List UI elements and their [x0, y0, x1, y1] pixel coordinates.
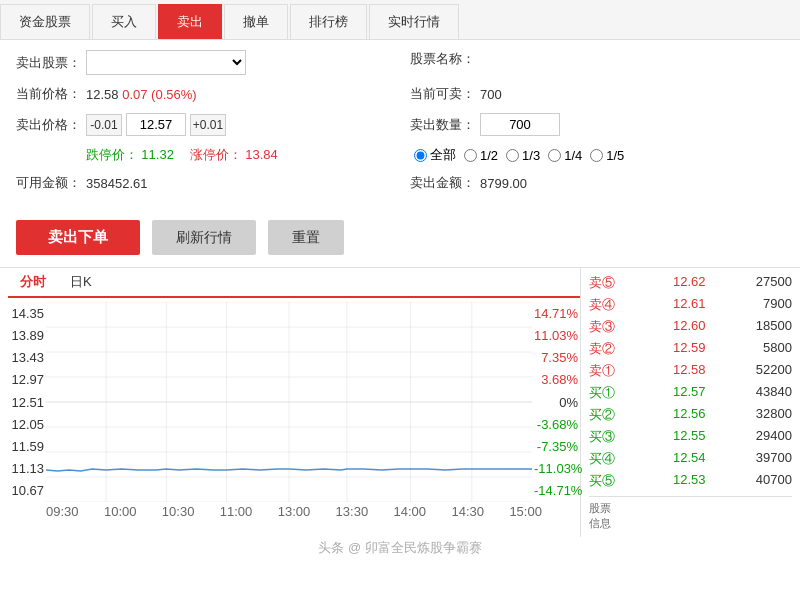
ob-buy3-price: 12.55 — [656, 428, 706, 446]
ob-row-sell1: 卖① 12.58 52200 — [589, 360, 792, 382]
ob-sell3-price: 12.60 — [656, 318, 706, 336]
current-price-label: 当前价格： — [16, 85, 86, 103]
refresh-button[interactable]: 刷新行情 — [152, 220, 256, 255]
orderbook: 卖⑤ 12.62 27500 卖④ 12.61 7900 卖③ 12.60 18… — [580, 268, 800, 537]
chart-svg — [46, 302, 532, 502]
tab-minute-chart[interactable]: 分时 — [8, 268, 58, 298]
ob-sell5-price: 12.62 — [656, 274, 706, 292]
row-price-available: 当前价格： 12.58 0.07 (0.56%) 当前可卖： 700 — [16, 85, 784, 113]
form-row-sell-price: 卖出价格： -0.01 +0.01 — [16, 113, 390, 136]
tab-sell[interactable]: 卖出 — [158, 4, 222, 39]
ob-footer: 股票信息 — [589, 496, 792, 533]
form-row-stock-name: 股票名称： — [410, 50, 784, 68]
ob-sell2-qty: 5800 — [742, 340, 792, 358]
tab-realtime[interactable]: 实时行情 — [369, 4, 459, 39]
tab-bar: 资金股票 买入 卖出 撤单 排行榜 实时行情 — [0, 0, 800, 40]
rise-limit-value: 13.84 — [245, 147, 278, 162]
ob-buy4-label: 买④ — [589, 450, 619, 468]
ratio-all[interactable]: 全部 — [414, 146, 456, 164]
ob-sell1-qty: 52200 — [742, 362, 792, 380]
ob-sell4-label: 卖④ — [589, 296, 619, 314]
col-stock-select: 卖出股票： — [16, 50, 390, 85]
tab-capital-stocks[interactable]: 资金股票 — [0, 4, 90, 39]
y-axis-right: 14.71% 11.03% 7.35% 3.68% 0% -3.68% -7.3… — [532, 302, 580, 502]
ob-sell1-price: 12.58 — [656, 362, 706, 380]
ob-buy1-qty: 43840 — [742, 384, 792, 402]
ob-sell5-label: 卖⑤ — [589, 274, 619, 292]
ob-sell4-qty: 7900 — [742, 296, 792, 314]
sell-amount-label: 卖出金额： — [410, 174, 480, 192]
available-qty-value: 700 — [480, 87, 502, 102]
price-increase-btn[interactable]: +0.01 — [190, 114, 226, 136]
row-funds-amount: 可用金额： 358452.61 卖出金额： 8799.00 — [16, 174, 784, 202]
stock-select-input[interactable] — [86, 50, 246, 75]
ratio-radio-group: 全部 1/2 1/3 1/4 1/5 — [414, 146, 624, 164]
sell-qty-input[interactable] — [480, 113, 560, 136]
available-funds-label: 可用金额： — [16, 174, 86, 192]
form-row-stock: 卖出股票： — [16, 50, 390, 75]
form-row-sell-qty: 卖出数量： — [410, 113, 784, 136]
main-container: 资金股票 买入 卖出 撤单 排行榜 实时行情 卖出股票： 股票名称： — [0, 0, 800, 607]
sell-qty-label: 卖出数量： — [410, 116, 480, 134]
form-row-sell-amount: 卖出金额： 8799.00 — [410, 174, 784, 192]
stock-select-label: 卖出股票： — [16, 54, 86, 72]
ob-buy4-qty: 39700 — [742, 450, 792, 468]
col-sell-amount: 卖出金额： 8799.00 — [390, 174, 784, 202]
current-price-value: 12.58 — [86, 87, 119, 102]
ob-buy2-qty: 32800 — [742, 406, 792, 424]
y-axis-left: 14.35 13.89 13.43 12.97 12.51 12.05 11.5… — [8, 302, 46, 502]
tab-ranking[interactable]: 排行榜 — [290, 4, 367, 39]
col-available-qty: 当前可卖： 700 — [390, 85, 784, 113]
ob-row-sell3: 卖③ 12.60 18500 — [589, 316, 792, 338]
chart-line-svg — [46, 302, 532, 502]
reset-button[interactable]: 重置 — [268, 220, 344, 255]
chart-area: 分时 日K 14.35 13.89 13.43 12.97 12.51 12.0… — [0, 268, 580, 537]
col-sell-qty: 卖出数量： 全部 1/2 1/3 — [390, 113, 784, 174]
form-area: 卖出股票： 股票名称： 当前价格： 12.58 — [0, 40, 800, 212]
stock-name-label: 股票名称： — [410, 50, 480, 68]
price-input-group: -0.01 +0.01 — [86, 113, 226, 136]
ob-buy2-price: 12.56 — [656, 406, 706, 424]
ratio-quarter[interactable]: 1/4 — [548, 148, 582, 163]
ob-row-sell2: 卖② 12.59 5800 — [589, 338, 792, 360]
available-funds-value: 358452.61 — [86, 176, 147, 191]
ratio-fifth[interactable]: 1/5 — [590, 148, 624, 163]
tab-daily-chart[interactable]: 日K — [58, 268, 104, 296]
ob-row-sell4: 卖④ 12.61 7900 — [589, 294, 792, 316]
row-sell-price-qty: 卖出价格： -0.01 +0.01 跌停价： 11.32 涨停价： 13.84 — [16, 113, 784, 174]
ob-sell3-label: 卖③ — [589, 318, 619, 336]
ratio-third[interactable]: 1/3 — [506, 148, 540, 163]
sell-amount-value: 8799.00 — [480, 176, 527, 191]
watermark-bar: 头条 @ 卯富全民炼股争霸赛 — [0, 537, 800, 559]
ob-buy3-label: 买③ — [589, 428, 619, 446]
ob-buy1-price: 12.57 — [656, 384, 706, 402]
available-qty-label: 当前可卖： — [410, 85, 480, 103]
ob-buy5-price: 12.53 — [656, 472, 706, 490]
ob-row-buy4: 买④ 12.54 39700 — [589, 448, 792, 470]
ratio-half[interactable]: 1/2 — [464, 148, 498, 163]
ob-footer-label: 股票信息 — [589, 501, 619, 531]
bottom-area: 分时 日K 14.35 13.89 13.43 12.97 12.51 12.0… — [0, 267, 800, 537]
ob-buy4-price: 12.54 — [656, 450, 706, 468]
ob-buy5-qty: 40700 — [742, 472, 792, 490]
sell-price-input[interactable] — [126, 113, 186, 136]
sell-price-label: 卖出价格： — [16, 116, 86, 134]
rise-limit-hint: 涨停价： 13.84 — [190, 146, 278, 164]
col-stock-name: 股票名称： — [390, 50, 784, 85]
ob-sell4-price: 12.61 — [656, 296, 706, 314]
form-row-available-funds: 可用金额： 358452.61 — [16, 174, 390, 192]
tab-buy[interactable]: 买入 — [92, 4, 156, 39]
price-decrease-btn[interactable]: -0.01 — [86, 114, 122, 136]
chart-tabs: 分时 日K — [8, 268, 580, 298]
ob-sell2-price: 12.59 — [656, 340, 706, 358]
ob-buy1-label: 买① — [589, 384, 619, 402]
row-stock: 卖出股票： 股票名称： — [16, 50, 784, 85]
watermark-text: 头条 @ 卯富全民炼股争霸赛 — [318, 540, 481, 555]
price-change-value: 0.07 — [122, 87, 147, 102]
tab-cancel[interactable]: 撤单 — [224, 4, 288, 39]
sell-order-button[interactable]: 卖出下单 — [16, 220, 140, 255]
col-available-funds: 可用金额： 358452.61 — [16, 174, 390, 202]
button-row: 卖出下单 刷新行情 重置 — [0, 212, 800, 263]
fall-limit-hint: 跌停价： 11.32 — [86, 146, 174, 164]
price-change-pct: (0.56%) — [151, 87, 197, 102]
